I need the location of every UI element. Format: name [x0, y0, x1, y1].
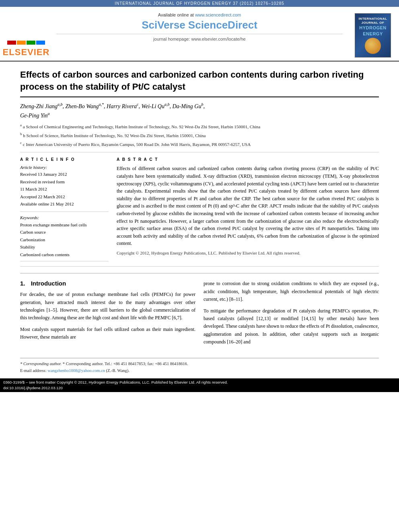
author-3-affil: c — [137, 102, 138, 107]
author-5-affil: b — [201, 102, 203, 107]
keyword-3: Carbonization — [20, 236, 109, 243]
sciencedirect-text: ScienceDirect — [188, 19, 257, 31]
sciencedirect-info: Available online at www.sciencedirect.co… — [52, 10, 347, 61]
strip-green — [27, 41, 35, 45]
abstract-text: Effects of different carbon sources and … — [117, 165, 379, 247]
history-label: Article history: — [20, 165, 109, 170]
author-4-affil: a,b — [165, 102, 170, 107]
article-info-header: A R T I C L E I N F O — [20, 157, 109, 162]
abstract-header: A B S T R A C T — [117, 157, 379, 162]
elsevier-wordmark: ELSEVIER — [3, 47, 50, 58]
intro-paragraph-4: To mitigate the performance degradation … — [204, 307, 379, 346]
keyword-4: Stability — [20, 244, 109, 251]
intro-p2-text: Most catalysts support materials for fue… — [20, 327, 195, 340]
strip-orange — [17, 41, 26, 45]
issn-text: 0360-3199/$ – see front matter Copyright… — [3, 380, 396, 385]
sciverse-text: SciVerse — [142, 19, 188, 31]
elsevier-logo-area: ELSEVIER — [0, 10, 52, 61]
intro-right-col: prone to corrosion due to strong oxidati… — [204, 280, 379, 350]
intro-paragraph-1: For decades, the use of proton exchange … — [20, 291, 195, 322]
received-date: Received 13 January 2012 — [20, 171, 109, 178]
available-online-text: Available online at www.sciencedirect.co… — [158, 12, 241, 17]
main-content: Effects of carbon sources and carbonized… — [0, 62, 399, 374]
introduction-section: 1. Introduction For decades, the use of … — [20, 280, 379, 350]
author-6-affil: a — [48, 111, 50, 116]
journal-header-bar: INTERNATIONAL JOURNAL OF HYDROGEN ENERGY… — [0, 0, 399, 7]
footnote-corresponding: * Corresponding author. * Corresponding … — [20, 361, 379, 368]
strip-blue — [36, 41, 45, 45]
article-history: Article history: Received 13 January 201… — [20, 165, 109, 207]
keywords-section: Keywords: Proton exchange membrane fuel … — [20, 212, 109, 258]
abstract-column: A B S T R A C T Effects of different car… — [117, 157, 379, 261]
affiliations: a a School of Chemical Engineering and T… — [20, 122, 379, 148]
bottom-copyright-bar: 0360-3199/$ – see front matter Copyright… — [0, 378, 399, 392]
revised-form-label: Received in revised form — [20, 179, 109, 185]
copyright-text: Copyright © 2012, Hydrogen Energy Public… — [117, 251, 379, 255]
corresponding-contact: * Corresponding author. Tel.: +86 451 86… — [63, 362, 188, 366]
corresponding-label: * Corresponding author. — [20, 362, 63, 366]
intro-left-col: 1. Introduction For decades, the use of … — [20, 280, 195, 350]
keywords-label: Keywords: — [20, 215, 109, 220]
affil-b-text: b School of Science, Harbin Institute of… — [23, 133, 206, 138]
journal-header: ELSEVIER Available online at www.science… — [0, 7, 399, 62]
intro-p1-text: For decades, the use of proton exchange … — [20, 292, 195, 320]
author-2-affil: a,* — [99, 102, 104, 107]
authors-list: Zheng-Zhi Jianga,b, Zhen-Bo Wanga,*, Har… — [20, 101, 379, 119]
footnote-section: * Corresponding author. * Corresponding … — [20, 358, 379, 374]
keyword-2: Carbon source — [20, 229, 109, 236]
journal-homepage-text: journal homepage: www.elsevier.com/locat… — [153, 37, 245, 41]
section-divider — [20, 273, 379, 273]
section-title-text: Introduction — [31, 280, 66, 287]
intro-paragraph-2: Most catalysts support materials for fue… — [20, 326, 195, 341]
author-1-affil: a,b — [58, 102, 63, 107]
journal-citation: INTERNATIONAL JOURNAL OF HYDROGEN ENERGY… — [115, 1, 284, 6]
keyword-1: Proton exchange membrane fuel cells — [20, 222, 109, 228]
sciverse-logo: SciVerse ScienceDirect — [142, 19, 257, 31]
author-4: Wei-Li Qu — [142, 103, 165, 109]
affiliation-b: b b School of Science, Harbin Institute … — [20, 131, 379, 139]
intro-paragraph-3: prone to corrosion due to strong oxidati… — [204, 280, 379, 303]
col-divider — [20, 261, 109, 261]
journal-cover-area: International Journal of HYDROGENENERGY — [347, 10, 399, 61]
doi-text: doi:10.1016/j.ijhydene.2012.03.120 — [3, 385, 396, 391]
intro-title: 1. Introduction — [20, 280, 195, 287]
affil-c-text: c Inter American University of Puerto Ri… — [23, 142, 251, 147]
intro-p3-text: prone to corrosion due to strong oxidati… — [204, 281, 379, 302]
article-title-section: Effects of carbon sources and carbonized… — [20, 62, 379, 97]
available-date: Available online 21 May 2012 — [20, 201, 109, 207]
journal-cover-energy-text: HYDROGENENERGY — [359, 25, 387, 36]
affiliation-c: c c Inter American University of Puerto … — [20, 140, 379, 148]
elsevier-color-strips — [7, 41, 45, 45]
author-6: Ge-Ping Yin — [20, 113, 48, 119]
email-link[interactable]: wangzhenbo1008@yahoo.com.cn — [47, 368, 105, 373]
author-2: Zhen-Bo Wang — [65, 103, 99, 109]
footnote-email: E-mail address: wangzhenbo1008@yahoo.com… — [20, 368, 379, 374]
author-1: Zheng-Zhi Jiang — [20, 103, 58, 109]
author-3: Harry Rivera — [107, 103, 137, 109]
article-title: Effects of carbon sources and carbonized… — [20, 69, 379, 92]
accepted-date: Accepted 22 March 2012 — [20, 193, 109, 200]
intro-p4-text: To mitigate the performance degradation … — [204, 308, 379, 345]
affiliation-a: a a School of Chemical Engineering and T… — [20, 122, 379, 130]
strip-red — [7, 41, 16, 45]
journal-cover-title-text: International Journal of HYDROGENENERGY — [357, 17, 389, 37]
journal-homepage: journal homepage: www.elsevier.com/locat… — [56, 34, 343, 41]
keyword-5: Carbonized carbon contents — [20, 251, 109, 258]
section-number: 1. — [20, 280, 25, 287]
authors-section: Zheng-Zhi Jianga,b, Zhen-Bo Wanga,*, Har… — [20, 97, 379, 152]
affil-a-text: a School of Chemical Engineering and Tec… — [23, 124, 260, 129]
journal-cover-image: International Journal of HYDROGENENERGY — [355, 13, 391, 58]
article-info-column: A R T I C L E I N F O Article history: R… — [20, 157, 109, 261]
journal-cover-graphic — [365, 38, 381, 54]
author-5: Da-Ming Gu — [172, 103, 201, 109]
sciencedirect-link[interactable]: www.sciencedirect.com — [195, 12, 241, 17]
article-info-abstract: A R T I C L E I N F O Article history: R… — [20, 152, 379, 267]
revised-date: 11 March 2012 — [20, 186, 109, 193]
